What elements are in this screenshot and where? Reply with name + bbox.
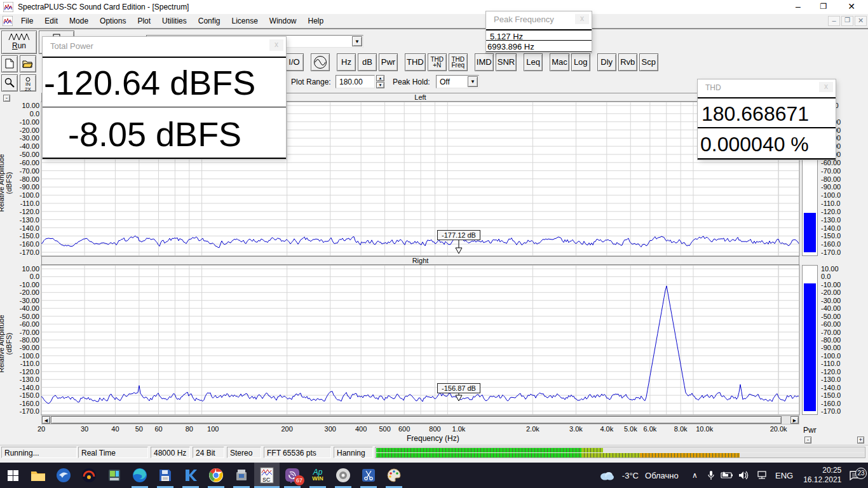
x-tick-label: 800 [424,425,447,433]
new-file-button[interactable] [1,55,18,72]
thd-window[interactable]: THD x 180.668671 0.000040 % [698,79,836,159]
toolbar-db-button[interactable]: dB [358,53,377,71]
start-button[interactable] [0,463,25,488]
menu-help[interactable]: Help [302,15,330,27]
menu-edit[interactable]: Edit [39,15,64,27]
y-tick-label: -110.0 [0,200,39,207]
zoom-button[interactable] [1,74,18,92]
y-tick-label-right: -170.0 [821,248,854,256]
y-tick-label: -120.0 [0,208,39,215]
peak-frequency-window[interactable]: Peak Frequency x 5.127 Hz 6993.896 Hz [486,11,592,53]
total-power-window[interactable]: Total Power x -120.64 dBFS -8.05 dBFS [43,37,286,159]
save-tool-icon[interactable] [153,463,178,488]
toolbar-dly-button[interactable]: Dly [597,53,616,71]
child-minimize-button[interactable]: – [828,16,840,26]
y-tick-label-right: -140.0 [821,384,854,391]
run-button[interactable]: Run [1,30,37,54]
child-close-button[interactable]: ✕ [855,16,867,26]
minimize-button[interactable]: – [788,1,808,11]
speaker-app-icon[interactable] [330,463,356,488]
pwr-collapse-button[interactable]: - [804,437,811,444]
chrome-icon[interactable] [203,463,229,488]
kate-icon[interactable] [178,463,203,488]
menu-file[interactable]: File [15,15,39,27]
notification-center-icon[interactable]: 23 [841,470,868,480]
paint-icon[interactable] [381,463,407,488]
tray-chevron-up-icon[interactable]: ∧ [686,471,703,480]
menu-plot[interactable]: Plot [132,15,156,27]
restore-button[interactable]: ❐ [813,2,834,11]
toolbar-scp-button[interactable]: Scp [639,53,658,71]
menu-mode[interactable]: Mode [64,15,94,27]
menu-license[interactable]: License [226,15,263,27]
edge-icon[interactable] [127,463,153,488]
apwin-icon[interactable]: ApWIN [305,463,330,488]
scroll-thumb[interactable] [51,416,782,424]
toolbar-thd-freq-button[interactable]: THD Freq [449,53,468,71]
network-icon[interactable] [753,471,771,480]
y-tick-label: -160.0 [0,400,39,407]
toolbar-mac-button[interactable]: Mac [550,53,569,71]
toolbar-thd-button[interactable]: THD [405,53,426,71]
weather-cloud-icon[interactable] [597,470,617,480]
snip-icon[interactable] [356,463,381,488]
plot-range-spin-down[interactable]: ▼ [376,82,384,88]
toolbar-snr-button[interactable]: SNR [496,53,517,71]
plot-range-input[interactable]: 180.00 [336,75,375,88]
toolbar-leq-button[interactable]: Leq [524,53,543,71]
clock[interactable]: 20:2516.12.2021 [803,466,841,485]
spectraplus-icon[interactable]: SC [254,463,280,488]
y-tick-label: -10.00 [0,281,39,288]
h-scrollbar[interactable]: ◀ ▶ [41,416,799,424]
chevron-down-icon[interactable]: ▼ [352,36,362,46]
toolbar-pwr-button[interactable]: Pwr [379,53,398,71]
thunderbird-icon[interactable] [51,463,76,488]
title-bar: SpectraPLUS-SC Sound Card Edition - [Spe… [0,0,868,14]
microphone-icon[interactable] [703,470,719,480]
toolbar-imd-button[interactable]: IMD [475,53,494,71]
level-meter [375,447,865,458]
input-2x-button[interactable]: IN2X [20,74,36,92]
open-file-button[interactable] [20,55,36,72]
aimp-icon[interactable] [76,463,102,488]
tray-temperature[interactable]: -3°C [622,471,639,480]
axis-collapse-button[interactable]: - [3,95,10,102]
card-reader-icon[interactable] [102,463,127,488]
toolbar-i-o-button[interactable]: I/O [285,53,304,71]
y-tick-label-right: -10.00 [821,281,854,288]
toolbar-hz-button[interactable]: Hz [337,53,356,71]
toolbar-signal-generator-button[interactable] [311,53,330,71]
y-tick-label: -40.00 [0,304,39,312]
level-meter-segment [376,448,581,452]
toolbar-rvb-button[interactable]: Rvb [618,53,637,71]
y-tick-label: -80.00 [0,175,39,183]
close-button[interactable]: ✕ [841,1,862,11]
plot-range-spin-up[interactable]: ▲ [376,75,384,81]
toolbar-log-button[interactable]: Log [571,53,590,71]
x-tick-label: 20 [30,425,53,433]
volume-icon[interactable] [736,471,753,480]
scroll-right-arrow[interactable]: ▶ [790,416,799,424]
toolbar-thd--n-button[interactable]: THD +N [428,53,447,71]
menu-window[interactable]: Window [264,15,302,27]
archiver-icon[interactable] [229,463,254,488]
viber-icon[interactable]: 67 [280,463,305,488]
y-tick-label-right: -100.0 [821,352,854,360]
child-restore-button[interactable]: ❐ [841,16,853,26]
close-icon[interactable]: x [575,14,589,24]
peak-hold-dropdown[interactable]: Off ▼ [436,75,479,88]
chevron-down-icon[interactable]: ▼ [468,76,478,87]
language-indicator[interactable]: ENG [775,471,793,480]
scroll-left-arrow[interactable]: ◀ [42,416,50,424]
menu-config[interactable]: Config [193,15,226,27]
menu-options[interactable]: Options [94,15,132,27]
tray-condition[interactable]: Облачно [645,471,679,480]
pwr-expand-button[interactable]: + [857,437,864,444]
y-tick-label: -100.0 [0,352,39,360]
battery-icon[interactable] [719,471,736,479]
close-icon[interactable]: x [819,82,833,92]
file-explorer-icon[interactable] [25,463,51,488]
menu-utilities[interactable]: Utilities [156,15,193,27]
close-icon[interactable]: x [269,39,283,51]
level-meter-segment [640,453,740,458]
